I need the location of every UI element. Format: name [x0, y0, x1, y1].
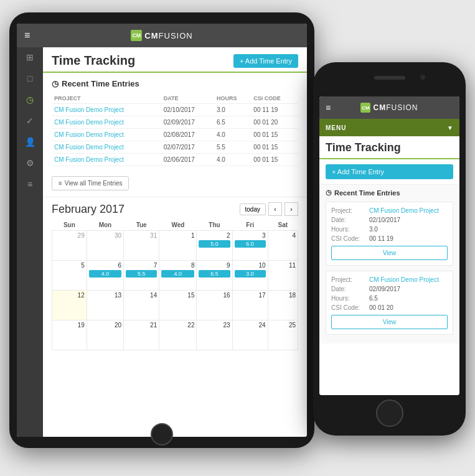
calendar-day-cell: 14: [124, 291, 159, 320]
phone-menu-arrow: ▼: [447, 124, 453, 131]
tablet-logo: CM CMFUSION: [131, 30, 192, 41]
date-cell: 02/09/2017: [161, 116, 214, 129]
calendar-day-cell[interactable]: 64.0: [87, 261, 123, 291]
calendar-entry[interactable]: 6.5: [199, 270, 230, 278]
calendar-week-row: 19202122232425: [52, 320, 298, 350]
table-row: CM Fusion Demo Project 02/07/2017 5.5 00…: [52, 141, 298, 154]
sidebar-user-icon[interactable]: 👤: [25, 137, 35, 147]
sidebar-check-icon[interactable]: ✓: [26, 116, 34, 126]
calendar-day-cell: 20: [87, 320, 123, 350]
tablet-time-table: PROJECT DATE HOURS CSI CODE CM Fusion De…: [52, 93, 298, 166]
phone-logo-box: CM: [360, 103, 370, 113]
calendar-day-cell: 15: [159, 291, 197, 320]
entry-csi-row: CSI Code: 00 11 19: [331, 235, 448, 242]
phone-page-title: Time Tracking: [326, 141, 401, 154]
phone-entries-list: Project: CM Fusion Demo Project Date: 02…: [326, 202, 453, 335]
csi-value: 00 01 20: [369, 304, 393, 311]
calendar-day-cell[interactable]: 103.0: [232, 261, 268, 291]
tablet-sidebar: ⊞ □ ◷ ✓ 👤 ⚙ ≡: [17, 47, 43, 437]
date-label: Date:: [331, 286, 365, 292]
phone-logo: CM CMFUSION: [360, 103, 418, 113]
calendar-title: February 2017: [52, 203, 125, 216]
calendar-day-cell: 4: [268, 231, 298, 261]
phone-menubar[interactable]: MENU ▼: [319, 119, 459, 136]
calendar-entry[interactable]: 4.0: [161, 270, 194, 278]
phone-entry-card: Project: CM Fusion Demo Project Date: 02…: [326, 271, 453, 335]
calendar-day-cell[interactable]: 96.5: [197, 261, 232, 291]
entry-project-row: Project: CM Fusion Demo Project: [331, 207, 448, 214]
table-header-row: PROJECT DATE HOURS CSI CODE: [52, 93, 298, 104]
sidebar-list-icon[interactable]: ≡: [27, 179, 32, 189]
phone-add-button[interactable]: + Add Time Entry: [326, 164, 453, 179]
sidebar-doc-icon[interactable]: □: [27, 73, 32, 83]
calendar-day-cell[interactable]: 36.0: [232, 231, 268, 261]
sidebar-grid-icon[interactable]: ⊞: [26, 52, 34, 62]
clock-icon: ◷: [52, 79, 59, 88]
project-cell[interactable]: CM Fusion Demo Project: [52, 154, 161, 166]
calendar-day-cell: 16: [197, 291, 232, 320]
table-row: CM Fusion Demo Project 02/06/2017 4.0 00…: [52, 154, 298, 166]
calendar-day-cell[interactable]: 75.5: [124, 261, 159, 291]
calendar-entry[interactable]: 6.0: [235, 240, 266, 248]
phone-home-button[interactable]: [376, 399, 403, 427]
project-label: Project:: [331, 276, 365, 283]
phone-logo-text: CMFUSION: [373, 103, 418, 112]
entry-hours-row: Hours: 6.5: [331, 295, 448, 302]
tablet-menu-icon[interactable]: ≡: [24, 30, 30, 41]
sidebar-clock-icon[interactable]: ◷: [26, 95, 34, 105]
view-all-button[interactable]: ≡ View all Time Entries: [52, 176, 129, 190]
csi-cell: 00 11 19: [251, 104, 298, 116]
project-cell[interactable]: CM Fusion Demo Project: [52, 116, 161, 129]
date-value: 02/10/2017: [369, 217, 400, 223]
calendar-day-cell: 17: [232, 291, 268, 320]
project-cell[interactable]: CM Fusion Demo Project: [52, 141, 161, 154]
calendar-today-button[interactable]: today: [240, 203, 266, 215]
entry-date-row: Date: 02/10/2017: [331, 217, 448, 223]
calendar-day-cell: 11: [268, 261, 298, 291]
csi-cell: 00 01 20: [251, 116, 298, 129]
calendar-entry[interactable]: 5.0: [199, 240, 230, 248]
calendar-day-header: Fri: [232, 220, 268, 231]
hours-value: 3.0: [369, 226, 378, 233]
calendar-entry[interactable]: 3.0: [235, 270, 266, 278]
sidebar-gear-icon[interactable]: ⚙: [26, 158, 34, 168]
phone-content: Time Tracking + Add Time Entry ◷ Recent …: [319, 136, 459, 395]
calendar-entry[interactable]: 4.0: [89, 270, 121, 278]
project-value[interactable]: CM Fusion Demo Project: [369, 276, 439, 283]
date-cell: 02/07/2017: [161, 141, 214, 154]
calendar-day-cell: 24: [232, 320, 268, 350]
calendar-prev-button[interactable]: ‹: [268, 202, 282, 216]
list-icon: ≡: [59, 180, 62, 187]
project-cell[interactable]: CM Fusion Demo Project: [52, 129, 161, 141]
phone-menu-icon[interactable]: ≡: [326, 103, 331, 113]
tablet-section-title: ◷ Recent Time Entries: [52, 79, 298, 88]
entry-date-row: Date: 02/09/2017: [331, 286, 448, 292]
calendar-day-cell: 12: [52, 291, 87, 320]
tablet-main: Time Tracking + Add Time Entry ◷ Recent …: [43, 47, 307, 437]
project-cell[interactable]: CM Fusion Demo Project: [52, 104, 161, 116]
hours-cell: 6.5: [214, 116, 251, 129]
tablet-add-button[interactable]: + Add Time Entry: [233, 54, 298, 68]
csi-cell: 00 01 15: [251, 141, 298, 154]
csi-label: CSI Code:: [331, 304, 365, 311]
phone-header: Time Tracking: [319, 136, 459, 159]
calendar-day-cell: 23: [197, 320, 232, 350]
csi-cell: 00 01 15: [251, 154, 298, 166]
tablet-logo-text: CMFUSION: [144, 31, 192, 40]
calendar-next-button[interactable]: ›: [285, 202, 298, 216]
entry-project-row: Project: CM Fusion Demo Project: [331, 276, 448, 283]
hours-cell: 4.0: [214, 154, 251, 166]
calendar-day-cell: 22: [159, 320, 197, 350]
tablet-topbar: ≡ CM CMFUSION: [17, 24, 307, 47]
calendar-day-header: Mon: [87, 220, 123, 231]
project-value[interactable]: CM Fusion Demo Project: [369, 207, 439, 214]
date-cell: 02/10/2017: [161, 104, 214, 116]
calendar-grid: SunMonTueWedThuFriSat 293031125.036.0456…: [52, 220, 298, 350]
tablet-home-button[interactable]: [151, 423, 173, 446]
entry-view-button[interactable]: View: [331, 246, 448, 260]
calendar-day-cell[interactable]: 84.0: [159, 261, 197, 291]
calendar-day-cell: 19: [52, 320, 87, 350]
entry-view-button[interactable]: View: [331, 315, 448, 329]
calendar-day-cell[interactable]: 25.0: [197, 231, 232, 261]
calendar-entry[interactable]: 5.5: [126, 270, 157, 278]
